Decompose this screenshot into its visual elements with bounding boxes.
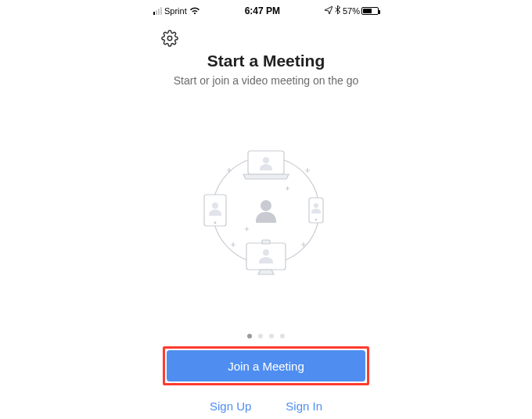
status-bar: Sprint 6:47 PM 57% (149, 3, 383, 19)
location-icon (325, 5, 332, 16)
clock: 6:47 PM (245, 5, 280, 16)
gear-icon[interactable] (161, 30, 178, 47)
svg-point-7 (212, 202, 218, 209)
pager-dot[interactable] (258, 334, 263, 338)
svg-rect-11 (246, 243, 286, 270)
svg-point-13 (263, 249, 269, 256)
phone-frame: Sprint 6:47 PM 57% (149, 0, 383, 419)
page-subtitle: Start or join a video meeting on the go (164, 73, 368, 88)
join-meeting-button[interactable]: Join a Meeting (167, 350, 365, 381)
pager-dot[interactable] (247, 334, 252, 338)
wifi-icon (189, 7, 200, 15)
svg-point-2 (261, 200, 271, 211)
sign-in-link[interactable]: Sign In (286, 399, 322, 413)
svg-point-10 (314, 203, 318, 208)
sign-up-link[interactable]: Sign Up (210, 399, 251, 413)
battery-pct: 57% (343, 6, 360, 16)
carrier-label: Sprint (164, 6, 187, 16)
bluetooth-icon (335, 5, 340, 16)
annotation-highlight: Join a Meeting (163, 346, 369, 385)
pager-dot[interactable] (280, 334, 285, 338)
battery-icon (361, 7, 379, 15)
page-title: Start a Meeting (164, 52, 368, 70)
pager-dot[interactable] (269, 334, 274, 338)
svg-rect-12 (262, 240, 270, 244)
svg-point-6 (214, 222, 217, 224)
pager (149, 334, 383, 338)
svg-point-0 (167, 36, 172, 41)
signal-icon (153, 7, 162, 15)
svg-point-4 (263, 157, 269, 163)
onboarding-illustration (149, 88, 383, 331)
svg-point-9 (315, 219, 317, 220)
